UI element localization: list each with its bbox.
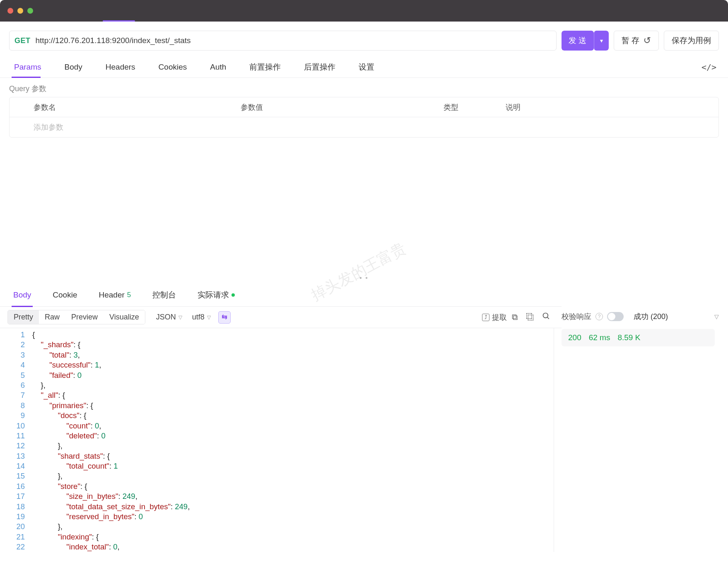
chevron-down-icon: ▽ xyxy=(207,314,211,320)
send-dropdown-button[interactable]: ▾ xyxy=(594,31,609,51)
col-desc: 说明 xyxy=(482,102,718,112)
line-gutter: 1234567891011121314151617181920212223 xyxy=(0,328,32,552)
validate-label: 校验响应 xyxy=(562,312,591,322)
tab-settings[interactable]: 设置 xyxy=(347,56,386,78)
format-label: JSON xyxy=(156,313,176,322)
status-schema-label: 成功 (200) xyxy=(634,312,668,322)
view-pretty-button[interactable]: Pretty xyxy=(8,310,39,324)
copy-icon[interactable]: ⿻ xyxy=(523,312,538,322)
resp-tab-header-label: Header xyxy=(99,290,124,300)
http-method[interactable]: GET xyxy=(14,36,31,45)
response-tabs: Body Cookie Header 5 控制台 实际请求 xyxy=(0,283,562,307)
extract-icon: ⤴ xyxy=(482,314,489,321)
col-type: 类型 xyxy=(419,102,482,112)
close-window-dot[interactable] xyxy=(7,8,13,14)
send-button[interactable]: 发 送 xyxy=(562,31,594,51)
save-temp-label: 暂 存 xyxy=(622,35,639,46)
save-temp-button[interactable]: 暂 存 ↻ xyxy=(614,31,659,51)
resp-tab-body[interactable]: Body xyxy=(2,283,42,307)
add-param-placeholder[interactable]: 添加参数 xyxy=(10,122,217,132)
view-preview-button[interactable]: Preview xyxy=(65,310,104,324)
response-size: 8.59 K xyxy=(617,333,640,342)
minimize-window-dot[interactable] xyxy=(17,8,23,14)
maximize-window-dot[interactable] xyxy=(27,8,33,14)
extract-button[interactable]: ⤴ 提取 xyxy=(482,312,507,322)
save-response-icon[interactable]: ⧉ xyxy=(507,312,523,322)
window-titlebar xyxy=(0,0,728,22)
tab-params[interactable]: Params xyxy=(2,56,53,78)
response-code-viewer[interactable]: 1234567891011121314151617181920212223 { … xyxy=(0,328,562,552)
validate-toggle[interactable] xyxy=(607,312,624,321)
response-side-panel: 校验响应 ? 成功 (200) ▽ 200 62 ms 8.59 K xyxy=(562,281,728,346)
query-params-label: Query 参数 xyxy=(0,78,728,97)
resp-tab-header[interactable]: Header 5 xyxy=(88,283,142,307)
chevron-down-icon: ▽ xyxy=(178,314,182,320)
search-icon[interactable] xyxy=(538,312,554,322)
reload-icon: ↻ xyxy=(644,35,651,46)
status-dot-icon xyxy=(231,293,235,297)
tab-cookies[interactable]: Cookies xyxy=(147,56,199,78)
response-toolbar: Pretty Raw Preview Visualize JSON▽ utf8▽… xyxy=(0,307,562,328)
params-table: 参数名 参数值 类型 说明 添加参数 xyxy=(9,97,719,138)
col-value: 参数值 xyxy=(217,102,419,112)
tab-body[interactable]: Body xyxy=(53,56,94,78)
tab-auth[interactable]: Auth xyxy=(198,56,238,78)
request-url-row: GET http://120.76.201.118:9200/index_tes… xyxy=(0,22,728,56)
url-input-box[interactable]: GET http://120.76.201.118:9200/index_tes… xyxy=(9,31,557,51)
col-name: 参数名 xyxy=(10,102,217,112)
tab-post-request[interactable]: 后置操作 xyxy=(292,56,347,78)
params-add-row[interactable]: 添加参数 xyxy=(10,117,718,137)
request-tabs: Params Body Headers Cookies Auth 前置操作 后置… xyxy=(0,56,728,78)
pane-resize-handle[interactable]: • • xyxy=(0,274,728,281)
url-text[interactable]: http://120.76.201.118:9200/index_test/_s… xyxy=(36,36,191,45)
validate-response-row: 校验响应 ? 成功 (200) ▽ xyxy=(562,312,719,322)
resp-tab-console[interactable]: 控制台 xyxy=(142,283,187,307)
svg-point-0 xyxy=(543,313,548,318)
resp-tab-actual[interactable]: 实际请求 xyxy=(187,283,246,307)
view-mode-segment: Pretty Raw Preview Visualize xyxy=(7,310,145,324)
format-select[interactable]: JSON▽ xyxy=(151,313,187,322)
encoding-select[interactable]: utf8▽ xyxy=(187,313,216,322)
extract-label: 提取 xyxy=(492,312,507,322)
view-visualize-button[interactable]: Visualize xyxy=(104,310,145,324)
svg-line-1 xyxy=(547,317,549,319)
wrap-icon: ⇆ xyxy=(222,313,227,322)
info-icon[interactable]: ? xyxy=(595,313,603,320)
save-as-example-button[interactable]: 保存为用例 xyxy=(664,31,719,51)
send-button-group: 发 送 ▾ xyxy=(562,31,609,51)
code-snippet-icon[interactable]: </> xyxy=(701,62,716,72)
response-time: 62 ms xyxy=(589,333,610,342)
view-raw-button[interactable]: Raw xyxy=(39,310,65,324)
status-code: 200 xyxy=(568,333,581,342)
tab-pre-request[interactable]: 前置操作 xyxy=(238,56,292,78)
wrap-lines-button[interactable]: ⇆ xyxy=(218,311,231,324)
resp-tab-cookie[interactable]: Cookie xyxy=(42,283,88,307)
encoding-label: utf8 xyxy=(192,313,205,322)
resp-tab-actual-label: 实际请求 xyxy=(198,290,229,300)
response-metrics: 200 62 ms 8.59 K xyxy=(562,329,715,346)
params-header-row: 参数名 参数值 类型 说明 xyxy=(10,97,718,117)
code-body[interactable]: { "_shards": { "total": 3, "successful":… xyxy=(32,328,554,552)
tab-headers[interactable]: Headers xyxy=(94,56,147,78)
header-count-badge: 5 xyxy=(127,291,131,299)
chevron-down-icon[interactable]: ▽ xyxy=(714,313,719,320)
